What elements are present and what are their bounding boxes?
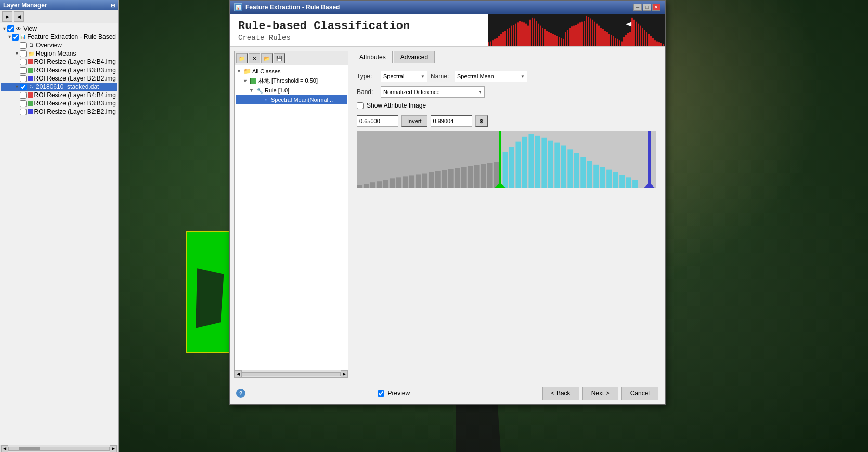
tree-item-region-means[interactable]: ▼ 📁 Region Means — [1, 49, 117, 58]
tree-item-roi5[interactable]: ROI Resize (Layer B3:B3.img — [1, 99, 117, 108]
svg-rect-128 — [600, 167, 605, 188]
tree-item-roi3[interactable]: ROI Resize (Layer B2:B2.img — [1, 74, 117, 83]
layer-manager-pin-icon[interactable]: ⊟ — [111, 3, 115, 8]
show-attribute-checkbox[interactable] — [357, 102, 364, 109]
max-value-input[interactable] — [431, 115, 472, 127]
svg-rect-84 — [660, 43, 662, 46]
svg-rect-113 — [503, 152, 508, 188]
band-select-value: Normalized Difference — [383, 89, 440, 95]
tab-attributes[interactable]: Attributes — [353, 51, 393, 63]
rules-arrow-lindi: ▼ — [243, 78, 249, 84]
dialog-restore-button[interactable]: □ — [643, 4, 651, 11]
tree-icon-rm: 📁 — [28, 50, 35, 57]
svg-rect-83 — [658, 42, 660, 46]
svg-rect-3 — [492, 40, 494, 46]
lm-scroll-thumb[interactable] — [19, 447, 40, 450]
tree-label-fe: Feature Extraction - Rule Based — [27, 33, 116, 41]
tree-check-roi5[interactable] — [20, 100, 27, 107]
tree-label-roi2: ROI Resize (Layer B3:B3.img — [34, 67, 116, 74]
svg-rect-39 — [567, 30, 568, 47]
lm-scroll-left[interactable]: ◀ — [1, 445, 8, 453]
tree-item-roi6[interactable]: ROI Resize (Layer B2:B2.img — [1, 108, 117, 116]
tree-check-roi6[interactable] — [20, 109, 27, 115]
back-button[interactable]: < Back — [542, 387, 579, 400]
rules-arrow-all: ▼ — [237, 69, 243, 74]
tree-item-roi4[interactable]: ROI Resize (Layer B4:B4.img — [1, 91, 117, 99]
type-select[interactable]: Spectral ▼ — [381, 71, 427, 82]
dialog-close-button[interactable]: ✕ — [652, 4, 660, 11]
tree-check-rm[interactable] — [20, 50, 27, 57]
svg-rect-50 — [590, 18, 591, 46]
svg-rect-71 — [633, 20, 635, 46]
svg-rect-78 — [648, 34, 650, 46]
tree-check-roi1[interactable] — [20, 59, 27, 65]
svg-rect-67 — [625, 35, 627, 46]
layer-manager-titlebar: Layer Manager ⊟ — [0, 0, 118, 10]
histogram-settings-button[interactable]: ⚙ — [475, 115, 488, 127]
preview-checkbox[interactable] — [378, 390, 384, 397]
rules-tree-rule1[interactable]: ▼ 🔧 Rule [1.0] — [236, 86, 347, 95]
svg-rect-77 — [646, 32, 647, 46]
invert-button[interactable]: Invert — [401, 115, 427, 127]
svg-rect-36 — [561, 38, 562, 46]
svg-rect-42 — [573, 26, 575, 46]
svg-rect-98 — [409, 175, 414, 188]
rules-btn-delete[interactable]: ✕ — [249, 53, 260, 63]
tree-item-roi1[interactable]: ROI Resize (Layer B4:B4.img — [1, 58, 117, 66]
preview-label: Preview — [387, 390, 410, 397]
rules-tree-all-classes[interactable]: ▼ 📁 All Classes — [236, 67, 347, 76]
svg-rect-29 — [546, 31, 548, 46]
svg-rect-48 — [586, 16, 587, 46]
rules-panel: 📁 ✕ 📂 💾 ▼ 📁 All Classes ▼ 林地 [Threshold … — [234, 51, 348, 378]
svg-rect-129 — [606, 170, 612, 188]
dialog-title-buttons: ─ □ ✕ — [633, 4, 660, 11]
tree-item-roi2[interactable]: ROI Resize (Layer B3:B3.img — [1, 66, 117, 74]
tree-check-view[interactable] — [7, 25, 14, 32]
tree-check-stacked[interactable] — [20, 84, 27, 90]
lm-toolbar-btn1[interactable]: ▶ — [2, 11, 12, 22]
svg-rect-68 — [627, 33, 629, 46]
svg-text:◀: ◀ — [625, 21, 632, 27]
rules-btn-open-file[interactable]: 📂 — [261, 53, 273, 63]
svg-rect-47 — [584, 21, 585, 46]
tree-check-roi2[interactable] — [20, 67, 27, 74]
tree-label-view: View — [23, 25, 37, 32]
tree-label-roi6: ROI Resize (Layer B2:B2.img — [34, 108, 116, 115]
rules-btn-open-folder[interactable]: 📁 — [236, 53, 248, 63]
svg-rect-81 — [654, 40, 656, 46]
tree-item-view[interactable]: ▼ 👁 View — [1, 24, 117, 33]
svg-rect-12 — [511, 26, 512, 46]
layer-manager: Layer Manager ⊟ ▶ ◀ ▼ 👁 View ▼ 📊 Feature… — [0, 0, 119, 452]
rules-btn-save[interactable]: 💾 — [274, 53, 285, 63]
lm-scroll-right[interactable]: ▶ — [110, 445, 117, 453]
rules-scroll-right[interactable]: ▶ — [341, 370, 348, 378]
dialog-minimize-button[interactable]: ─ — [633, 4, 642, 11]
cancel-button[interactable]: Cancel — [621, 387, 658, 400]
lm-toolbar-btn2[interactable]: ◀ — [14, 11, 24, 22]
svg-rect-23 — [534, 18, 535, 46]
rules-tree-lindi[interactable]: ▼ 林地 [Threshold = 0.50] — [236, 76, 347, 86]
tree-check-roi3[interactable] — [20, 75, 27, 82]
help-button[interactable]: ? — [236, 389, 245, 398]
svg-rect-75 — [642, 28, 643, 46]
tree-check-fe[interactable] — [12, 34, 19, 41]
svg-rect-20 — [527, 26, 529, 46]
tree-item-feature-extraction[interactable]: ▼ 📊 Feature Extraction - Rule Based — [1, 33, 117, 41]
rules-scroll-left[interactable]: ◀ — [235, 370, 242, 378]
svg-rect-90 — [357, 185, 362, 188]
tree-check-roi4[interactable] — [20, 92, 27, 99]
band-select[interactable]: Normalized Difference ▼ — [381, 86, 485, 98]
tree-item-stacked[interactable]: ▼ 🗂 20180610_stacked.dat — [1, 83, 117, 91]
tree-check-ov[interactable] — [20, 42, 27, 49]
svg-rect-32 — [552, 34, 554, 46]
min-value-input[interactable] — [357, 115, 398, 127]
name-select[interactable]: Spectral Mean ▼ — [455, 71, 527, 82]
rules-arrow-rule1: ▼ — [249, 88, 255, 93]
next-button[interactable]: Next > — [582, 387, 618, 400]
tab-advanced[interactable]: Advanced — [394, 51, 435, 63]
tree-item-overview[interactable]: 🗒 Overview — [1, 41, 117, 49]
svg-rect-44 — [577, 24, 579, 46]
svg-rect-25 — [538, 24, 539, 46]
svg-rect-91 — [364, 184, 369, 188]
rules-tree-spectral-mean[interactable]: ▪ Spectral Mean(Normal... — [236, 95, 347, 104]
